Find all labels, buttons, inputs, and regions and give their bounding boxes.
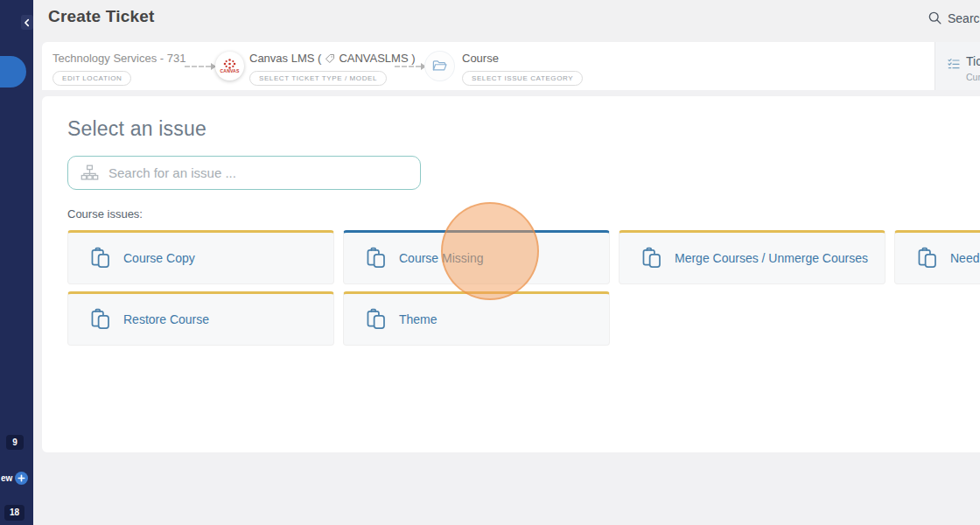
clipboard-copy-icon — [365, 308, 388, 331]
workflow-step-location: Technology Services - 731 EDIT LOCATION — [52, 52, 186, 86]
sidebar-collapse-button[interactable] — [21, 15, 33, 30]
checklist-icon — [947, 57, 961, 71]
sidebar-new-item[interactable]: ew — [0, 471, 33, 485]
issue-selection-panel: Select an issue Course issues: Course Co… — [42, 96, 980, 452]
canvas-logo: CANVAS — [215, 52, 244, 80]
sidebar-badge-top[interactable]: 9 — [6, 435, 24, 450]
select-ticket-type-chip[interactable]: SELECT TICKET TYPE / MODEL — [249, 71, 387, 86]
tag-icon — [325, 53, 335, 64]
clipboard-copy-icon — [89, 247, 112, 270]
issue-card-restore-course[interactable]: Restore Course — [67, 291, 334, 346]
issue-card-label: Restore Course — [123, 312, 209, 326]
canvas-logo-text: CANVAS — [220, 68, 240, 74]
folder-icon — [431, 58, 448, 74]
edit-location-chip[interactable]: EDIT LOCATION — [52, 71, 131, 86]
global-search-label: Search — [948, 11, 980, 25]
workflow-arrow-icon — [395, 63, 426, 70]
search-icon — [928, 10, 942, 25]
issue-card-label: Theme — [399, 312, 438, 326]
clipboard-copy-icon — [365, 247, 388, 270]
clipboard-copy-icon — [89, 308, 112, 331]
issue-card-label: Merge Courses / Unmerge Courses — [675, 251, 868, 265]
location-title: Technology Services - 731 — [52, 52, 186, 65]
chevron-left-icon — [23, 18, 32, 27]
issue-card-label: Need ne — [950, 251, 980, 265]
ticket-details-subtitle: Cur — [966, 72, 980, 82]
plus-icon[interactable] — [15, 472, 28, 485]
sidebar: 9 ew 18 — [0, 0, 33, 525]
issue-heading: Select an issue — [67, 117, 206, 141]
workflow-step-category: Course SELECT ISSUE CATEGORY — [462, 52, 583, 86]
issue-card-theme[interactable]: Theme — [343, 291, 610, 346]
category-icon-circle — [425, 52, 454, 80]
workflow-step-ticket-type: Canvas LMS ( CANVASLMS ) SELECT TICKET T… — [249, 52, 416, 86]
ticket-type-title-prefix: Canvas LMS ( — [249, 52, 321, 65]
issue-search-input[interactable] — [108, 165, 411, 180]
issue-card-need-new[interactable]: Need ne — [894, 230, 980, 284]
issue-card-course-missing[interactable]: Course Missing — [343, 230, 610, 284]
sidebar-active-item[interactable] — [0, 56, 26, 88]
top-bar: Create Ticket Search — [33, 0, 980, 42]
issue-card-label: Course Copy — [123, 251, 195, 265]
global-search-button[interactable]: Search — [928, 10, 980, 25]
sitemap-icon — [80, 164, 99, 182]
select-issue-category-chip[interactable]: SELECT ISSUE CATEGORY — [462, 71, 583, 86]
issue-card-merge-courses[interactable]: Merge Courses / Unmerge Courses — [619, 230, 886, 284]
page-title: Create Ticket — [48, 7, 155, 26]
issue-search-box — [67, 156, 421, 190]
clipboard-copy-icon — [916, 247, 939, 270]
ticket-details-panel[interactable]: Tic Cur — [934, 42, 980, 90]
clipboard-copy-icon — [640, 247, 663, 270]
issue-card-label: Course Missing — [399, 251, 483, 265]
workflow-arrow-icon — [185, 63, 216, 70]
sidebar-badge-bottom[interactable]: 18 — [4, 505, 24, 521]
ticket-workflow-bar: Technology Services - 731 EDIT LOCATION … — [42, 42, 980, 90]
category-title: Course — [462, 52, 583, 65]
issue-card-course-copy[interactable]: Course Copy — [67, 230, 334, 284]
sidebar-new-label: ew — [1, 473, 12, 483]
course-issues-label: Course issues: — [67, 207, 143, 220]
ticket-details-title: Tic — [966, 54, 980, 68]
